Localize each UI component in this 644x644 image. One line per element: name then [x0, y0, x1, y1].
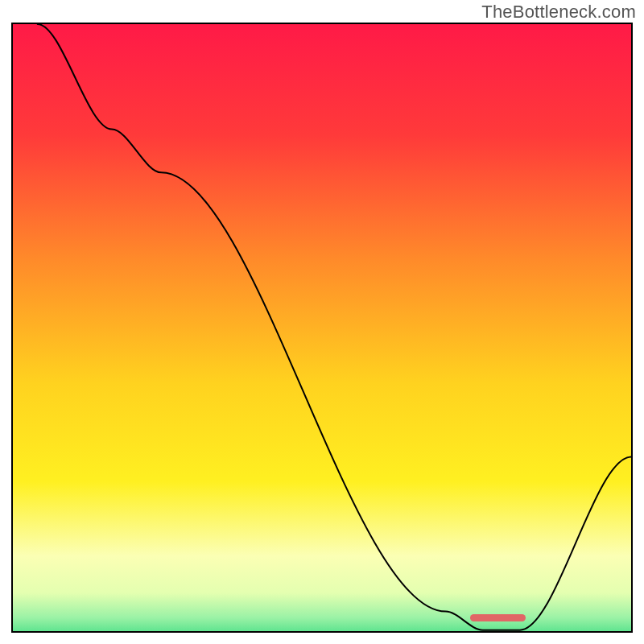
plot-area: [11, 23, 633, 633]
optimal-range-marker: [470, 614, 526, 622]
watermark-text: TheBottleneck.com: [481, 2, 636, 23]
bottleneck-curve: [13, 24, 631, 633]
chart-frame: TheBottleneck.com: [0, 0, 644, 644]
